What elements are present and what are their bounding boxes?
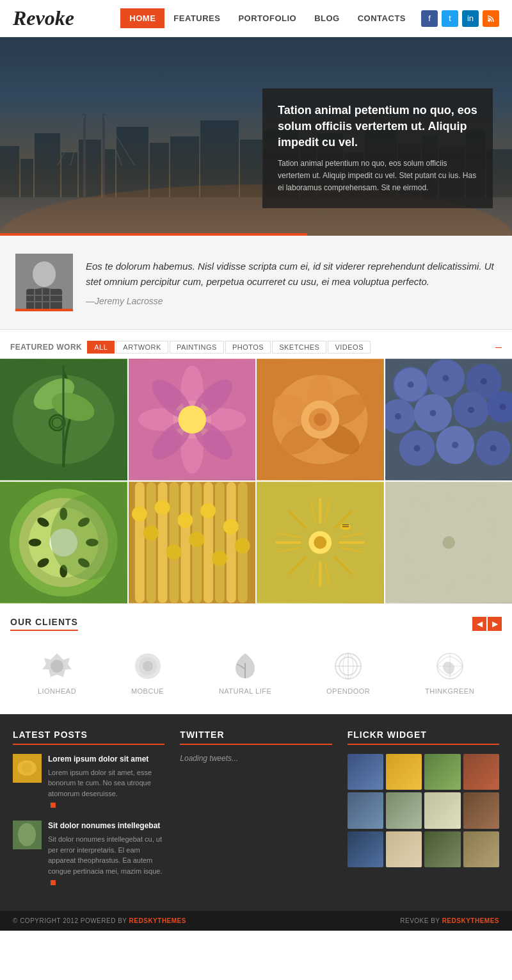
portfolio-toggle[interactable]: – xyxy=(495,340,502,354)
clients-header: OUR CLIENTS ◀ ▶ xyxy=(10,617,502,631)
portfolio-item[interactable] xyxy=(0,482,127,603)
svg-point-96 xyxy=(60,565,67,578)
mobcue-icon xyxy=(132,650,164,682)
post-thumbnail xyxy=(13,754,42,783)
filter-videos[interactable]: VIDEOS xyxy=(328,341,371,354)
portfolio-item[interactable] xyxy=(257,359,384,480)
client-thinkgreen: thinkgreen xyxy=(425,650,474,695)
hero-description: Tation animal petentium no quo, eos solu… xyxy=(278,158,477,195)
svg-rect-110 xyxy=(226,482,236,603)
filter-photos[interactable]: PHOTOS xyxy=(225,341,271,354)
filter-artwork[interactable]: ARTWORK xyxy=(116,341,168,354)
svg-rect-106 xyxy=(180,482,190,603)
filter-sketches[interactable]: SKETCHES xyxy=(272,341,326,354)
hero-title: Tation animal petentium no quo, eos solu… xyxy=(278,102,477,151)
portfolio-item[interactable] xyxy=(129,482,256,603)
post-content: Lorem ipsum dolor sit amet Lorem ipsum d… xyxy=(48,754,164,810)
hero-overlay: Tation animal petentium no quo, eos solu… xyxy=(262,88,493,208)
clients-section: OUR CLIENTS ◀ ▶ LIONHEAD xyxy=(0,603,512,714)
portfolio-item[interactable] xyxy=(0,359,127,480)
twitter-icon[interactable]: t xyxy=(442,10,458,27)
svg-point-112 xyxy=(131,506,147,521)
portfolio-image xyxy=(0,482,127,603)
svg-point-141 xyxy=(314,536,326,549)
portfolio-item[interactable] xyxy=(385,482,513,603)
svg-rect-24 xyxy=(102,114,105,197)
svg-point-79 xyxy=(468,407,474,413)
svg-point-115 xyxy=(166,544,181,560)
svg-point-65 xyxy=(314,413,326,426)
nav-portfolio[interactable]: PORTOFOLIO xyxy=(229,8,305,28)
flickr-item[interactable] xyxy=(348,792,383,828)
flickr-item[interactable] xyxy=(348,754,383,790)
portfolio-item[interactable] xyxy=(385,359,513,480)
portfolio-image xyxy=(385,359,513,480)
post-content: Sit dolor nonumes intellegebat Sit dolor… xyxy=(48,821,164,888)
linkedin-icon[interactable]: in xyxy=(462,10,479,27)
hero-progress-bar xyxy=(0,233,307,236)
portfolio-label: Featured Work xyxy=(10,343,82,352)
client-name: mobcue xyxy=(131,687,164,695)
opendoor-icon xyxy=(332,650,364,682)
post-more-icon xyxy=(51,803,56,808)
svg-rect-5 xyxy=(61,152,77,197)
portfolio-nav: Featured Work ALL ARTWORK PAINTINGS PHOT… xyxy=(0,340,512,354)
facebook-icon[interactable]: f xyxy=(421,10,438,27)
flickr-item[interactable] xyxy=(386,792,422,828)
svg-point-81 xyxy=(499,404,506,410)
svg-point-31 xyxy=(33,261,56,287)
clients-navigation: ◀ ▶ xyxy=(472,617,502,631)
nav-contacts[interactable]: CONTACTS xyxy=(349,8,415,28)
svg-point-40 xyxy=(13,375,115,464)
footer-columns: LATEST POSTS Lorem ipsum dolor sit amet … xyxy=(13,730,499,898)
post-title: Lorem ipsum dolor sit amet xyxy=(48,754,164,765)
svg-rect-6 xyxy=(79,140,101,197)
flickr-item[interactable] xyxy=(424,831,460,867)
flickr-item[interactable] xyxy=(386,754,422,790)
client-lionhead: LIONHEAD xyxy=(38,650,76,695)
hero-section: Tation animal petentium no quo, eos solu… xyxy=(0,37,512,236)
svg-point-94 xyxy=(86,539,99,546)
client-name: OPENDOOR xyxy=(326,687,370,695)
svg-point-180 xyxy=(51,660,63,673)
flickr-item[interactable] xyxy=(463,792,499,828)
svg-point-117 xyxy=(189,532,204,547)
svg-point-55 xyxy=(178,405,206,434)
lionhead-icon xyxy=(41,650,73,682)
flickr-item[interactable] xyxy=(424,792,460,828)
flickr-item[interactable] xyxy=(463,831,499,867)
svg-point-87 xyxy=(490,445,496,452)
flickr-grid xyxy=(348,754,499,867)
portfolio-grid xyxy=(0,359,512,603)
portfolio-image xyxy=(257,482,384,603)
svg-point-114 xyxy=(154,500,170,516)
clients-next-button[interactable]: ▶ xyxy=(488,617,502,631)
client-name: LIONHEAD xyxy=(38,687,76,695)
avatar xyxy=(15,254,73,311)
nav-features[interactable]: FEATURES xyxy=(164,8,229,28)
svg-point-85 xyxy=(452,442,458,448)
nav-home[interactable]: HOME xyxy=(120,8,164,28)
portfolio-image xyxy=(129,359,256,480)
client-opendoor: OPENDOOR xyxy=(326,650,370,695)
flickr-item[interactable] xyxy=(463,754,499,790)
flickr-title: FLICKR WIDGET xyxy=(348,730,499,745)
flickr-item[interactable] xyxy=(348,831,383,867)
rss-icon[interactable] xyxy=(483,10,499,27)
portfolio-item[interactable] xyxy=(129,359,256,480)
svg-rect-109 xyxy=(214,482,224,603)
social-icons: f t in xyxy=(421,10,499,27)
flickr-item[interactable] xyxy=(424,754,460,790)
post-item: Sit dolor nonumes intellegebat Sit dolor… xyxy=(13,821,164,888)
filter-all[interactable]: ALL xyxy=(87,341,115,354)
filter-paintings[interactable]: PAINTINGS xyxy=(170,341,224,354)
client-name: NATURAL LIFE xyxy=(219,687,271,695)
nav-blog[interactable]: BLOG xyxy=(305,8,349,28)
clients-prev-button[interactable]: ◀ xyxy=(472,617,486,631)
svg-point-92 xyxy=(60,507,67,520)
main-nav: HOME FEATURES PORTOFOLIO BLOG CONTACTS f… xyxy=(120,8,499,28)
flickr-item[interactable] xyxy=(386,831,422,867)
portfolio-section: Featured Work ALL ARTWORK PAINTINGS PHOT… xyxy=(0,330,512,603)
svg-point-196 xyxy=(18,823,36,846)
portfolio-item[interactable] xyxy=(257,482,384,603)
